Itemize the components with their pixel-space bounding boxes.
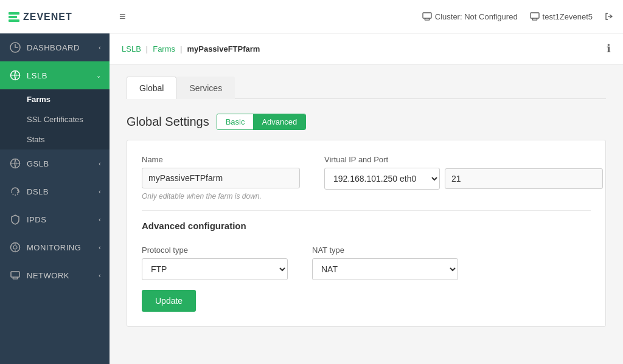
content-area: LSLB | Farms | myPassiveFTPfarm ℹ Global… [110,33,623,364]
sidebar-item-monitoring-label: MONITORING [27,243,81,252]
topbar-right: Cluster: Not Configured test1Zevenet5 [422,12,613,21]
app-name: ZEVENET [23,12,72,22]
sidebar-item-gslb[interactable]: GSLB ‹ [0,149,110,177]
cluster-icon [422,12,432,21]
advanced-form-row: Protocol type FTP NAT type NAT [142,246,591,280]
svg-point-6 [13,246,17,249]
logo-icon [9,12,19,22]
monitoring-icon [9,241,22,254]
svg-rect-9 [11,272,19,277]
toggle-advanced-button[interactable]: Advanced [253,114,305,129]
tabs: Global Services [127,77,606,99]
breadcrumb-farms[interactable]: Farms [153,44,175,53]
topbar-left: ≡ [119,10,126,23]
view-toggle: Basic Advanced [217,114,307,130]
logo-bar-1 [9,12,19,15]
main-wrapper: ≡ Cluster: Not Configured tes [110,0,623,364]
sidebar-item-stats[interactable]: Stats [0,129,110,149]
vip-group: 192.168.101.250 eth0 [324,168,603,190]
vip-label: Virtual IP and Port [324,155,603,164]
hamburger-icon[interactable]: ≡ [119,10,126,23]
logout-button[interactable] [605,12,613,21]
lslb-icon [9,69,22,82]
protocol-select[interactable]: FTP [142,258,288,280]
ipds-icon [9,213,22,226]
sidebar-item-lslb-label: LSLB [27,71,47,80]
logout-icon [605,12,613,21]
logo-bar-3 [9,19,19,22]
logo-bar-2 [9,16,17,18]
breadcrumb-lslb[interactable]: LSLB [122,44,141,53]
breadcrumb-current: myPassiveFTPfarm [187,44,260,53]
protocol-label: Protocol type [142,246,288,255]
name-field-group: Name Only editable when the farm is down… [142,155,300,201]
nat-field-group: NAT type NAT [312,246,458,280]
gslb-icon [9,157,22,170]
sidebar-item-farms[interactable]: Farms [0,89,110,109]
sidebar-item-lslb[interactable]: LSLB ⌄ [0,61,110,89]
nat-select[interactable]: NAT [312,258,458,280]
vip-field-group: Virtual IP and Port 192.168.101.250 eth0 [324,155,603,201]
protocol-field-group: Protocol type FTP [142,246,288,280]
sidebar-item-ipds[interactable]: IPDS ‹ [0,205,110,233]
sidebar-nav: DASHBOARD ‹ LSLB ⌄ Farms SSL Certifica [0,33,110,364]
sidebar-item-gslb-label: GSLB [27,159,49,168]
nat-label: NAT type [312,246,458,255]
name-input[interactable] [142,168,300,188]
basic-form-row: Name Only editable when the farm is down… [142,155,591,201]
network-chevron-icon: ‹ [99,272,101,279]
sidebar-item-monitoring[interactable]: MONITORING ‹ [0,233,110,261]
lslb-chevron-icon: ⌄ [96,72,102,79]
breadcrumb-sep-1: | [146,44,148,53]
advanced-section: Advanced configuration Protocol type FTP… [142,210,591,280]
vip-port-input[interactable] [445,168,603,189]
sidebar-item-dashboard-label: DASHBOARD [27,43,80,52]
sidebar-item-network[interactable]: NETWORK ‹ [0,261,110,289]
svg-rect-13 [423,13,431,18]
update-button[interactable]: Update [142,290,196,312]
monitoring-chevron-icon: ‹ [99,244,101,251]
lslb-subnav: Farms SSL Certificates Stats [0,89,110,149]
dslb-icon [9,185,22,198]
cluster-status: Cluster: Not Configured [422,12,518,21]
basic-form-section: Name Only editable when the farm is down… [127,140,606,327]
advanced-title: Advanced configuration [142,221,591,236]
name-hint: Only editable when the farm is down. [142,192,300,201]
sidebar-item-ipds-label: IPDS [27,215,46,224]
sidebar-item-dslb[interactable]: DSLB ‹ [0,177,110,205]
tab-global[interactable]: Global [127,77,176,99]
dslb-chevron-icon: ‹ [99,188,101,195]
section-title: Global Settings Basic Advanced [127,114,606,130]
dashboard-chevron-icon: ‹ [99,44,101,51]
sidebar-item-ssl-certificates[interactable]: SSL Certificates [0,109,110,129]
sidebar-item-dslb-label: DSLB [27,187,49,196]
sidebar-item-dashboard[interactable]: DASHBOARD ‹ [0,33,110,61]
info-icon[interactable]: ℹ [607,42,611,55]
sidebar: ZEVENET DASHBOARD ‹ [0,0,110,364]
ipds-chevron-icon: ‹ [99,216,101,223]
network-icon [9,269,22,282]
app-logo: ZEVENET [0,0,110,33]
vip-select[interactable]: 192.168.101.250 eth0 [324,168,440,190]
user-info: test1Zevenet5 [530,12,593,21]
breadcrumb: LSLB | Farms | myPassiveFTPfarm ℹ [110,33,623,64]
tab-services[interactable]: Services [176,77,235,99]
monitor-icon [530,12,540,21]
svg-rect-17 [531,13,539,18]
dashboard-icon [9,41,22,54]
name-label: Name [142,155,300,164]
gslb-chevron-icon: ‹ [99,160,101,167]
toggle-basic-button[interactable]: Basic [217,114,254,129]
breadcrumb-sep-2: | [180,44,182,53]
topbar: ≡ Cluster: Not Configured tes [110,0,623,33]
sidebar-item-network-label: NETWORK [27,271,69,280]
